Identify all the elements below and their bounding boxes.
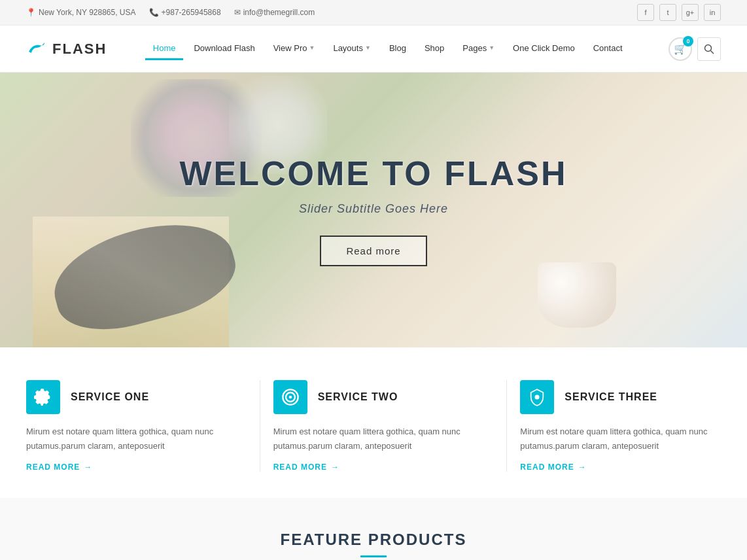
service-item-1: SERVICE ONE Mirum est notare quam litter… bbox=[26, 380, 247, 472]
service-2-link[interactable]: READ MORE → bbox=[273, 463, 474, 472]
nav-pages[interactable]: Pages ▼ bbox=[455, 38, 502, 60]
chevron-down-icon: ▼ bbox=[365, 44, 371, 51]
shield-icon bbox=[528, 388, 546, 406]
service-3-title: SERVICE THREE bbox=[565, 391, 657, 403]
service-3-icon-box bbox=[520, 380, 554, 414]
service-2-title: SERVICE TWO bbox=[318, 391, 398, 403]
feature-products-section: FEATURE PRODUCTS Collaboratively adminis… bbox=[0, 498, 747, 560]
phone: 📞 +987-265945868 bbox=[149, 8, 221, 17]
service-2-icon-box bbox=[273, 380, 307, 414]
service-item-3: SERVICE THREE Mirum est notare quam litt… bbox=[520, 380, 721, 472]
service-2-text: Mirum est notare quam littera gothica, q… bbox=[273, 425, 474, 453]
logo-bird-icon bbox=[26, 39, 47, 60]
header-actions: 🛒 0 bbox=[669, 37, 721, 61]
service-1-icon-box bbox=[26, 380, 60, 414]
arrow-right-icon: → bbox=[84, 463, 92, 472]
nav-contact[interactable]: Contact bbox=[585, 38, 631, 60]
nav-blog[interactable]: Blog bbox=[381, 38, 414, 60]
arrow-right-icon: → bbox=[331, 463, 339, 472]
location-icon: 📍 bbox=[26, 8, 36, 17]
service-divider-1 bbox=[260, 380, 260, 472]
linkedin-icon[interactable]: in bbox=[704, 4, 721, 21]
search-icon bbox=[704, 44, 714, 54]
header: FLASH Home Download Flash View Pro ▼ Lay… bbox=[0, 26, 747, 73]
services-section: SERVICE ONE Mirum est notare quam litter… bbox=[0, 347, 747, 498]
service-3-link[interactable]: READ MORE → bbox=[520, 463, 721, 472]
service-divider-2 bbox=[506, 380, 507, 472]
hero-section: WELCOME TO FLASH Slider Subtitle Goes He… bbox=[0, 73, 747, 347]
arrow-right-icon: → bbox=[578, 463, 587, 472]
email-icon: ✉ bbox=[234, 8, 241, 17]
address: 📍 New York, NY 928865, USA bbox=[26, 8, 136, 17]
top-bar: 📍 New York, NY 928865, USA 📞 +987-265945… bbox=[0, 0, 747, 26]
service-1-text: Mirum est notare quam littera gothica, q… bbox=[26, 425, 227, 453]
service-1-title: SERVICE ONE bbox=[71, 391, 149, 403]
nav-layouts[interactable]: Layouts ▼ bbox=[325, 38, 378, 60]
nav-shop[interactable]: Shop bbox=[417, 38, 452, 60]
hero-subtitle: Slider Subtitle Goes Here bbox=[179, 202, 567, 216]
top-bar-social: f t g+ in bbox=[637, 4, 721, 21]
hero-content: WELCOME TO FLASH Slider Subtitle Goes He… bbox=[179, 154, 567, 266]
service-1-link[interactable]: READ MORE → bbox=[26, 463, 227, 472]
svg-point-5 bbox=[535, 395, 540, 400]
nav-view-pro[interactable]: View Pro ▼ bbox=[266, 38, 323, 60]
chevron-down-icon: ▼ bbox=[309, 44, 315, 51]
googleplus-icon[interactable]: g+ bbox=[682, 4, 699, 21]
hero-read-more-button[interactable]: Read more bbox=[320, 236, 426, 266]
svg-line-1 bbox=[710, 50, 714, 54]
nav-download-flash[interactable]: Download Flash bbox=[186, 38, 262, 60]
email: ✉ info@themegrill.com bbox=[234, 8, 315, 17]
feature-products-title: FEATURE PRODUCTS bbox=[26, 531, 721, 549]
cart-button[interactable]: 🛒 0 bbox=[669, 37, 692, 61]
target-icon bbox=[281, 388, 300, 406]
service-3-text: Mirum est notare quam littera gothica, q… bbox=[520, 425, 721, 453]
hero-title: WELCOME TO FLASH bbox=[179, 154, 567, 193]
logo[interactable]: FLASH bbox=[26, 39, 107, 60]
main-nav: Home Download Flash View Pro ▼ Layouts ▼… bbox=[145, 38, 631, 60]
svg-point-4 bbox=[288, 396, 292, 399]
nav-home[interactable]: Home bbox=[145, 38, 184, 60]
service-item-2: SERVICE TWO Mirum est notare quam litter… bbox=[273, 380, 494, 472]
phone-icon: 📞 bbox=[149, 8, 159, 17]
svg-point-0 bbox=[704, 44, 711, 51]
cart-badge: 0 bbox=[683, 36, 693, 46]
search-button[interactable] bbox=[697, 37, 721, 61]
service-3-header: SERVICE THREE bbox=[520, 380, 721, 414]
nav-one-click-demo[interactable]: One Click Demo bbox=[505, 38, 583, 60]
top-bar-left: 📍 New York, NY 928865, USA 📞 +987-265945… bbox=[26, 8, 315, 17]
chevron-down-icon: ▼ bbox=[489, 44, 495, 51]
service-1-header: SERVICE ONE bbox=[26, 380, 227, 414]
service-2-header: SERVICE TWO bbox=[273, 380, 474, 414]
feature-products-underline bbox=[360, 555, 387, 557]
gear-icon bbox=[34, 388, 52, 406]
facebook-icon[interactable]: f bbox=[637, 4, 654, 21]
twitter-icon[interactable]: t bbox=[659, 4, 676, 21]
